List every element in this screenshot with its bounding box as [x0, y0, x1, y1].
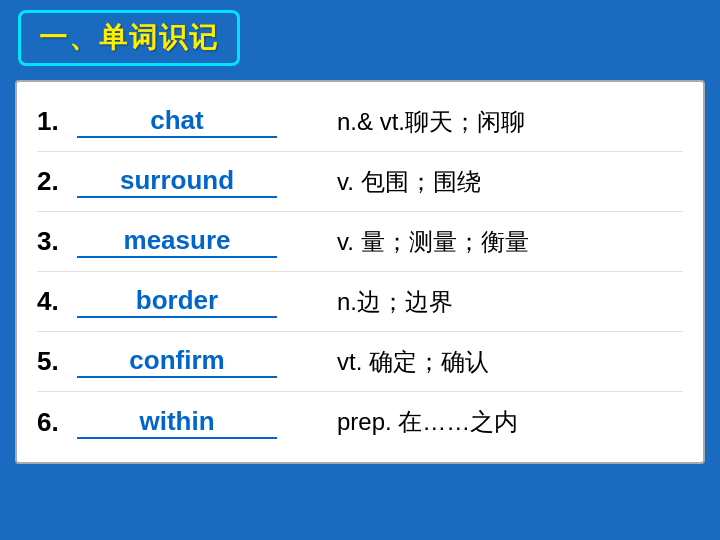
vocab-card: 1.chatn.& vt.聊天；闲聊2.surroundv. 包围；围绕3.me… [15, 80, 705, 464]
num-word-container: 2.surround [37, 165, 337, 198]
vocab-word: within [77, 406, 277, 439]
title-box: 一、单词识记 [18, 10, 240, 66]
table-row: 4.bordern.边；边界 [37, 272, 683, 332]
vocab-definition: prep. 在……之内 [337, 406, 683, 438]
num-word-container: 3.measure [37, 225, 337, 258]
vocab-word: chat [77, 105, 277, 138]
num-word-container: 5.confirm [37, 345, 337, 378]
vocab-number: 3. [37, 226, 73, 257]
table-row: 5.confirmvt. 确定；确认 [37, 332, 683, 392]
vocab-definition: n.& vt.聊天；闲聊 [337, 106, 683, 138]
vocab-word: measure [77, 225, 277, 258]
vocab-number: 2. [37, 166, 73, 197]
vocab-word: surround [77, 165, 277, 198]
vocab-number: 6. [37, 407, 73, 438]
num-word-container: 6.within [37, 406, 337, 439]
page-title: 一、单词识记 [39, 22, 219, 53]
vocab-word: border [77, 285, 277, 318]
vocab-definition: v. 包围；围绕 [337, 166, 683, 198]
table-row: 1.chatn.& vt.聊天；闲聊 [37, 92, 683, 152]
vocab-number: 5. [37, 346, 73, 377]
vocab-definition: n.边；边界 [337, 286, 683, 318]
vocab-definition: v. 量；测量；衡量 [337, 226, 683, 258]
num-word-container: 4.border [37, 285, 337, 318]
table-row: 3.measurev. 量；测量；衡量 [37, 212, 683, 272]
vocab-number: 1. [37, 106, 73, 137]
num-word-container: 1.chat [37, 105, 337, 138]
vocab-word: confirm [77, 345, 277, 378]
vocab-definition: vt. 确定；确认 [337, 346, 683, 378]
table-row: 6.withinprep. 在……之内 [37, 392, 683, 452]
vocab-number: 4. [37, 286, 73, 317]
table-row: 2.surroundv. 包围；围绕 [37, 152, 683, 212]
